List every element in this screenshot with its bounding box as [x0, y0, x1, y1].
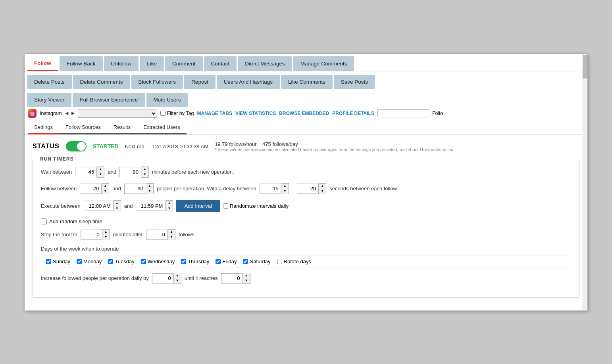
increase-value-input[interactable]: 0 ▲ ▼	[152, 273, 181, 284]
increase-max-field[interactable]: 0	[221, 273, 243, 284]
tab-comment[interactable]: Comment	[165, 56, 203, 71]
tab-save-posts[interactable]: Save Posts	[334, 75, 375, 89]
delay-min-field[interactable]: 15	[260, 184, 281, 194]
status-toggle[interactable]	[66, 141, 87, 151]
stop-minutes-field[interactable]: 0	[81, 230, 102, 240]
subtab-follow-sources[interactable]: Follow Sources	[59, 121, 107, 134]
tab-mute-users[interactable]: Mute Users	[146, 93, 188, 107]
increase-down[interactable]: ▼	[174, 278, 181, 284]
stop-follows-input[interactable]: 0 ▲ ▼	[146, 229, 175, 240]
tab-unfollow[interactable]: Unfollow	[104, 56, 139, 71]
nav-back-icon[interactable]: ◀	[65, 111, 68, 116]
tab-follow[interactable]: Follow	[27, 56, 58, 71]
tab-direct-messages[interactable]: Direct Messages	[238, 56, 292, 71]
tab-like-comments[interactable]: Like Comments	[281, 75, 333, 89]
stop-follows-field[interactable]: 0	[146, 230, 168, 240]
tab-repost[interactable]: Repost	[184, 75, 216, 89]
increase-max-up[interactable]: ▲	[243, 273, 250, 278]
tab-manage-comments[interactable]: Manage Comments	[293, 56, 354, 71]
execute-end-up[interactable]: ▲	[166, 201, 173, 206]
wednesday-checkbox[interactable]	[141, 259, 146, 264]
execute-end-field[interactable]: 11:59 PM	[136, 201, 166, 211]
filter-by-tag-checkbox[interactable]	[160, 111, 166, 116]
follow-max-field[interactable]: 30	[124, 184, 146, 194]
execute-start-field[interactable]: 12:00 AM	[84, 201, 114, 211]
tuesday-checkbox[interactable]	[108, 259, 113, 264]
status-row: STATUS STARTED Next run: 12/17/2018 10:3…	[33, 141, 579, 152]
toolbar-search-input[interactable]	[377, 109, 429, 117]
tab-follow-back[interactable]: Follow Back	[60, 56, 103, 71]
sleep-checkbox[interactable]	[41, 218, 47, 224]
increase-max-down[interactable]: ▼	[243, 278, 250, 284]
increase-value-field[interactable]: 0	[152, 273, 174, 284]
stop-minutes-up[interactable]: ▲	[102, 230, 110, 235]
sunday-checkbox[interactable]	[46, 259, 51, 264]
filter-by-tag-label: Filter by Tag	[167, 111, 194, 116]
wait-max-down[interactable]: ▼	[141, 172, 148, 177]
day-friday: Friday	[216, 259, 237, 264]
browse-embedded-link[interactable]: BROWSE EMBEDDED	[279, 111, 329, 116]
tab-delete-comments[interactable]: Delete Comments	[73, 75, 130, 89]
stop-follows-down[interactable]: ▼	[168, 235, 175, 240]
delay-max-up[interactable]: ▲	[319, 184, 326, 189]
execute-start-up[interactable]: ▲	[114, 201, 121, 206]
delay-max-down[interactable]: ▼	[319, 189, 326, 194]
platform-label: Instagram	[40, 111, 62, 116]
wait-max-field[interactable]: 90	[119, 167, 141, 177]
tab-contact[interactable]: Contact	[204, 56, 237, 71]
increase-max-input[interactable]: 0 ▲ ▼	[221, 273, 250, 284]
wait-min-down[interactable]: ▼	[97, 172, 104, 177]
friday-checkbox[interactable]	[216, 259, 221, 264]
subtab-settings[interactable]: Settings	[28, 121, 59, 134]
execute-start-down[interactable]: ▼	[114, 206, 121, 211]
rotate-days-checkbox[interactable]	[277, 259, 282, 264]
follow-min-down[interactable]: ▼	[102, 189, 109, 194]
tab-full-browser[interactable]: Full Browser Experience	[73, 93, 145, 107]
subtab-results[interactable]: Results	[107, 121, 137, 134]
tab-story-viewer[interactable]: Story Viewer	[27, 93, 71, 107]
wait-max-up[interactable]: ▲	[141, 167, 148, 172]
wait-max-input[interactable]: 90 ▲ ▼	[119, 167, 149, 178]
follow-max-input[interactable]: 30 ▲ ▼	[124, 183, 154, 194]
stop-minutes-down[interactable]: ▼	[102, 235, 110, 240]
tab-like[interactable]: Like	[140, 56, 164, 71]
execute-end-down[interactable]: ▼	[166, 206, 173, 211]
delay-max-field[interactable]: 20	[297, 184, 319, 194]
increase-row: Increase followed people per operation d…	[41, 273, 571, 284]
profile-details-link[interactable]: PROFILE DETAILS	[332, 111, 374, 116]
wait-min-up[interactable]: ▲	[97, 167, 104, 172]
delay-min-up[interactable]: ▲	[281, 184, 289, 189]
follow-max-up[interactable]: ▲	[146, 184, 153, 189]
view-statistics-link[interactable]: VIEW STATISTICS	[235, 111, 276, 116]
follow-min-up[interactable]: ▲	[102, 184, 109, 189]
add-interval-button[interactable]: Add Interval	[176, 200, 219, 212]
monday-checkbox[interactable]	[77, 259, 82, 264]
saturday-checkbox[interactable]	[243, 259, 248, 264]
tab-users-hashtags[interactable]: Users And Hashtags	[217, 75, 280, 89]
wait-min-input[interactable]: 45 ▲ ▼	[75, 167, 104, 178]
stop-minutes-input[interactable]: 0 ▲ ▼	[81, 229, 110, 240]
execute-start-input[interactable]: 12:00 AM ▲ ▼	[84, 200, 121, 211]
saturday-label: Saturday	[250, 259, 270, 264]
follow-min-field[interactable]: 20	[80, 184, 102, 194]
subtab-extracted-users[interactable]: Extracted Users	[137, 121, 186, 134]
manage-tabs-link[interactable]: MANAGE TABS	[197, 111, 232, 116]
delay-min-down[interactable]: ▼	[281, 189, 289, 194]
execute-label: Execute between	[41, 203, 81, 209]
execute-end-input[interactable]: 11:59 PM ▲ ▼	[136, 200, 173, 211]
nav-forward-icon[interactable]: ▶	[71, 111, 75, 116]
stop-follows-up[interactable]: ▲	[168, 230, 175, 235]
thursday-checkbox[interactable]	[181, 259, 186, 264]
wait-min-field[interactable]: 45	[75, 167, 97, 177]
scrollbar[interactable]	[582, 54, 587, 310]
follow-max-down[interactable]: ▼	[146, 189, 153, 194]
randomize-checkbox[interactable]	[223, 203, 228, 209]
increase-up[interactable]: ▲	[174, 273, 181, 278]
account-select[interactable]	[78, 109, 157, 118]
follow-min-input[interactable]: 20 ▲ ▼	[80, 183, 109, 194]
run-timers-section: RUN TIMERS Wait between 45 ▲ ▼ and 90	[33, 160, 579, 298]
delay-max-input[interactable]: 20 ▲ ▼	[297, 183, 326, 194]
delay-min-input[interactable]: 15 ▲ ▼	[260, 183, 289, 194]
tab-delete-posts[interactable]: Delete Posts	[27, 75, 72, 89]
tab-block-followers[interactable]: Block Followers	[131, 75, 183, 89]
